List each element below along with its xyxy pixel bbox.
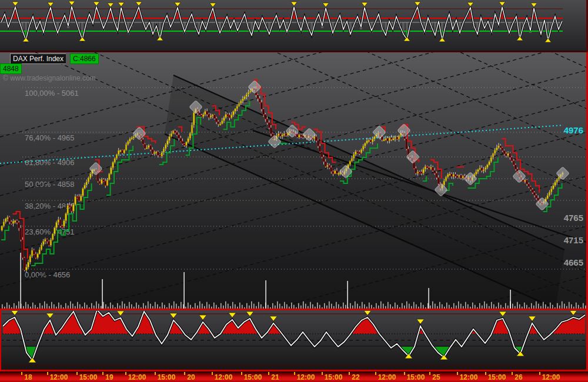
candle-up [365,143,366,146]
volume-bar [392,307,393,309]
volume-bar [312,304,313,309]
volume-bar [343,303,344,309]
volume-bar [58,303,59,309]
candle-up [443,181,445,185]
candle-down [502,148,503,150]
time-axis-label: 12:00 [215,373,233,381]
candle-up [31,250,33,256]
price-scale-label: 4715 [564,235,583,245]
volume-bar [258,302,259,309]
candle-up [172,131,174,133]
signal-triangle-icon [270,316,278,321]
signal-triangle-icon [118,2,125,6]
volume-bar [30,307,31,309]
volume-bar [390,304,391,309]
volume-bar [18,301,19,309]
candle-up [283,134,285,136]
candle-down [421,172,423,173]
candle-up [212,115,213,116]
volume-bar [9,305,10,309]
volume-bar [460,304,462,309]
time-axis-label: 12:00 [50,373,68,381]
volume-bar [395,303,396,309]
volume-bar [296,307,297,309]
candle-down [218,122,219,124]
volume-bar [300,306,302,309]
candle-down [69,205,71,207]
volume-bar [411,306,412,309]
candle-up [153,152,155,154]
candle-down [48,242,50,246]
volume-bar [91,303,92,309]
candle-down [436,173,437,177]
candle-down [150,145,152,149]
volume-bar [475,305,476,309]
volume-bar [155,302,156,309]
volume-bar [446,303,447,309]
candle-down [199,113,201,115]
candle-up [479,168,481,170]
candle-up [223,118,225,120]
volume-bar [324,303,325,309]
candle-up [189,133,191,139]
volume-bar [268,305,269,309]
volume-bar [89,307,90,309]
volume-bar [369,303,370,309]
candle-up [507,153,509,156]
volume-bar [32,303,34,309]
candle-up [39,250,41,254]
signal-triangle-icon [117,311,125,316]
volume-bar [68,306,69,309]
candle-up [101,180,103,184]
candle-down [78,197,80,201]
candle-up [133,136,135,138]
signal-triangle-icon [79,37,86,41]
candle-down [456,176,458,178]
volume-bar [543,302,544,309]
time-axis-tick [47,372,48,375]
signal-triangle-icon [517,36,523,41]
time-axis-tick [539,372,540,375]
signal-triangle-icon [362,2,368,6]
candle-up [236,106,238,109]
volume-bar [206,302,208,309]
time-axis-tick [212,372,213,375]
volume-bar [355,301,356,309]
signal-triangle-icon [136,2,142,6]
volume-bar [326,306,328,309]
signal-triangle-icon [69,1,75,5]
time-axis-label: 12:00 [378,373,396,381]
candle-up [41,244,42,250]
candle-up [299,135,300,138]
volume-bar [383,304,384,309]
volume-bar [42,306,43,309]
volume-bar [150,304,151,309]
volume-bar [489,306,490,309]
volume-bar [115,307,116,309]
oscillator-line [3,310,585,360]
copyright-text: © www.tradesignalonline.com [3,74,96,82]
fib-level-label: 76,40% - 4965 [25,133,75,142]
volume-bar [232,302,233,309]
volume-bar [566,306,567,309]
candle-up [202,115,204,117]
signal-triangle-icon [531,3,537,7]
candle-up [423,169,425,173]
signal-triangle-icon [93,2,100,6]
volume-bar [435,304,436,309]
volume-bar [517,302,518,309]
volume-bar [152,306,153,309]
volume-bar [293,305,295,309]
candle-up [238,103,240,106]
candle-down [24,258,25,270]
volume-bar [46,304,48,309]
volume-bar [220,303,222,309]
instrument-title[interactable]: DAX Perf. Index [10,53,66,64]
candle-down [176,132,178,135]
candle-down [532,190,533,193]
volume-bar [536,301,537,309]
candle-up [65,213,67,220]
candle-up [366,141,368,143]
candle-down [387,139,389,141]
signal-triangle-icon [291,2,298,6]
